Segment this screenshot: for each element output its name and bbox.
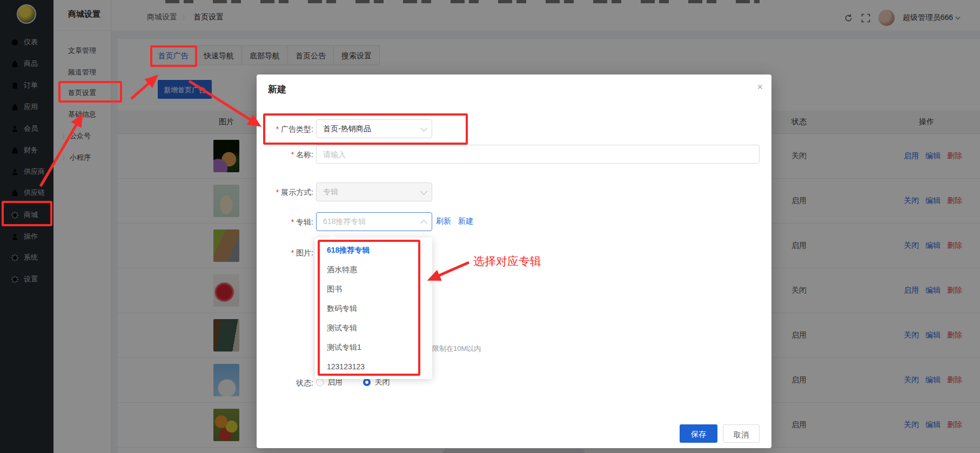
ad-type-value: 首页-热销商品: [323, 124, 371, 133]
radio-checked-icon: [363, 378, 371, 386]
album-label: 专辑:: [257, 218, 313, 227]
display-mode-label: 展示方式:: [257, 188, 313, 198]
album-placeholder: 618推荐专辑: [323, 217, 366, 226]
new-album-link[interactable]: 新建: [458, 217, 473, 226]
name-label: 名称:: [257, 150, 313, 160]
upload-size-hint: 限制在10M以内: [432, 344, 481, 354]
album-option[interactable]: 图书: [315, 279, 432, 299]
save-button[interactable]: 保存: [680, 424, 717, 443]
modal-title: 新建: [268, 83, 286, 96]
album-option[interactable]: 测试专辑1: [315, 337, 432, 357]
app-window: 仪表 商品 订单 应用 会员 财务 供应商 供应链 商城 操作 系统 设置 商城…: [0, 0, 980, 453]
close-icon[interactable]: ×: [757, 82, 763, 92]
album-option[interactable]: 测试专辑: [315, 318, 432, 337]
album-option[interactable]: 酒水特惠: [315, 260, 432, 279]
chevron-down-icon: [420, 188, 427, 195]
album-option[interactable]: 618推荐专辑: [315, 240, 432, 260]
display-mode-value: 专辑: [323, 187, 338, 196]
album-dropdown: 618推荐专辑 酒水特惠 图书 数码专辑 测试专辑 测试专辑1 12312312…: [315, 238, 432, 379]
bottom-indicator-bar: [443, 449, 585, 453]
image-label: 图片:: [257, 248, 313, 258]
ad-type-select[interactable]: 首页-热销商品: [316, 119, 432, 138]
album-option[interactable]: 123123123: [315, 357, 432, 376]
chevron-down-icon: [420, 125, 427, 132]
chevron-up-icon: [420, 220, 427, 227]
ad-type-label: 广告类型:: [257, 125, 313, 134]
radio-icon: [316, 378, 324, 386]
status-label: 状态:: [257, 378, 313, 388]
album-option[interactable]: 数码专辑: [315, 299, 432, 318]
name-input[interactable]: [316, 145, 760, 164]
cancel-button[interactable]: 取消: [723, 424, 760, 443]
display-mode-select[interactable]: 专辑: [316, 182, 432, 201]
album-select[interactable]: 618推荐专辑: [316, 212, 432, 231]
refresh-album-link[interactable]: 刷新: [436, 217, 451, 226]
